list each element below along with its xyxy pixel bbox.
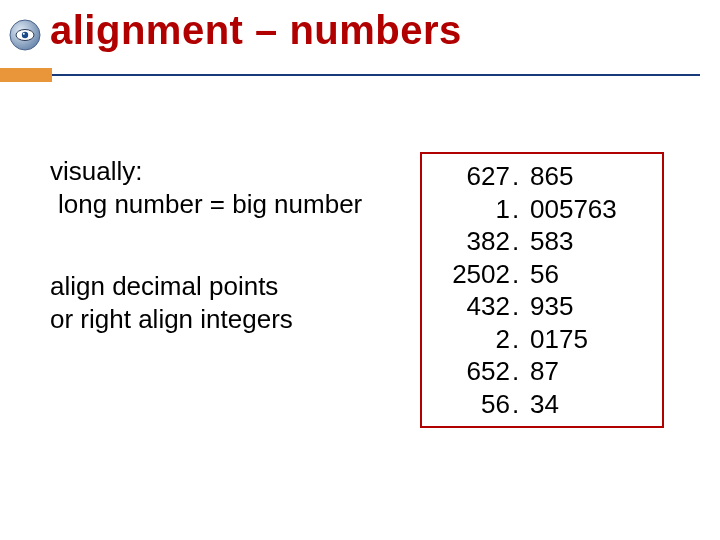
decimal-sep: . <box>510 258 530 291</box>
number-row: 627 . 865 <box>432 160 652 193</box>
body-line: align decimal points <box>50 270 390 303</box>
decimal-sep: . <box>510 290 530 323</box>
number-row: 652 . 87 <box>432 355 652 388</box>
number-row: 2 . 0175 <box>432 323 652 356</box>
body-line: long number = big number <box>50 188 390 221</box>
decimal-sep: . <box>510 160 530 193</box>
decimal-sep: . <box>510 193 530 226</box>
accent-bar <box>0 68 52 82</box>
svg-point-2 <box>22 32 28 38</box>
decimal-sep: . <box>510 225 530 258</box>
body-line: visually: <box>50 155 390 188</box>
title-underline <box>52 74 700 76</box>
numbers-box: 627 . 865 1 . 005763 382 . 583 2502 . 56… <box>420 152 664 428</box>
int-part: 1 <box>432 193 510 226</box>
frac-part: 56 <box>530 258 652 291</box>
decimal-sep: . <box>510 355 530 388</box>
decimal-sep: . <box>510 388 530 421</box>
body-line: or right align integers <box>50 303 390 336</box>
slide-title: alignment – numbers <box>50 8 462 53</box>
frac-part: 865 <box>530 160 652 193</box>
frac-part: 0175 <box>530 323 652 356</box>
slide: alignment – numbers visually: long numbe… <box>0 0 720 540</box>
frac-part: 34 <box>530 388 652 421</box>
body-text: visually: long number = big number align… <box>50 155 390 335</box>
number-row: 382 . 583 <box>432 225 652 258</box>
decimal-sep: . <box>510 323 530 356</box>
int-part: 2 <box>432 323 510 356</box>
int-part: 432 <box>432 290 510 323</box>
number-row: 56 . 34 <box>432 388 652 421</box>
int-part: 382 <box>432 225 510 258</box>
int-part: 56 <box>432 388 510 421</box>
frac-part: 583 <box>530 225 652 258</box>
int-part: 2502 <box>432 258 510 291</box>
number-row: 1 . 005763 <box>432 193 652 226</box>
int-part: 627 <box>432 160 510 193</box>
frac-part: 87 <box>530 355 652 388</box>
number-row: 432 . 935 <box>432 290 652 323</box>
int-part: 652 <box>432 355 510 388</box>
frac-part: 005763 <box>530 193 652 226</box>
svg-point-3 <box>23 33 25 35</box>
number-row: 2502 . 56 <box>432 258 652 291</box>
eye-bullet-icon <box>8 18 42 52</box>
frac-part: 935 <box>530 290 652 323</box>
